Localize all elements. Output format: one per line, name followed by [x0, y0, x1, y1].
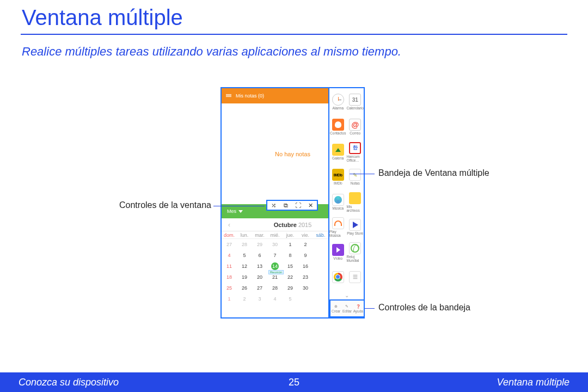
day[interactable]: 1	[222, 296, 237, 302]
day[interactable]: 18	[222, 274, 237, 280]
app-label: Galería	[332, 156, 344, 160]
chevron-left-icon[interactable]: ‹	[228, 221, 230, 229]
lead-window-controls	[213, 206, 265, 206]
tray-app-contacts[interactable]: Contactos	[329, 114, 347, 139]
tray-app-gallery[interactable]: Galería	[329, 139, 347, 164]
tray-edit[interactable]: ✎Editar	[341, 301, 352, 316]
day[interactable]: 6	[252, 253, 267, 258]
page-subtitle: Realice múltiples tareas utilizando vari…	[22, 45, 401, 59]
tray-app-worldclock[interactable]: Reloj Mundial	[347, 240, 364, 265]
day[interactable]: 12	[237, 264, 252, 269]
day[interactable]: 1	[283, 242, 298, 247]
tray-control-label: Ayuda	[353, 309, 363, 313]
app-label: Play Store	[347, 231, 363, 235]
day[interactable]: 21	[267, 274, 283, 280]
calendar-month: Octubre	[274, 222, 297, 228]
day[interactable]: 28	[267, 285, 283, 291]
page-number: 25	[0, 377, 588, 388]
day[interactable]: 19	[237, 274, 252, 280]
tray-app-playstore[interactable]: Play Store	[347, 215, 364, 240]
tray-app-notes[interactable]: ✎Notas	[347, 164, 364, 189]
maximize-icon[interactable]: ⛶	[295, 201, 302, 209]
day[interactable]: 27	[222, 242, 237, 247]
day[interactable]: 25	[222, 285, 237, 291]
notes-title: Mis notas (0)	[236, 93, 264, 99]
tray-app-calendar[interactable]: 31Calendario	[347, 89, 364, 114]
tray-help[interactable]: ❓Ayuda	[353, 301, 364, 316]
day[interactable]: 13	[252, 264, 267, 269]
app-label: Correo	[350, 131, 360, 135]
tray-controls: ⊕Crear ✎Editar ❓Ayuda	[329, 299, 364, 317]
day[interactable]: 20	[252, 274, 267, 280]
day[interactable]: 9	[298, 253, 313, 258]
device-screenshot: Mis notas (0) No hay notas ⤮ ⧉ ⛶ ✕ Mes ‹…	[220, 87, 365, 318]
day[interactable]: 11	[222, 264, 237, 269]
tray-control-label: Crear	[332, 309, 340, 313]
day[interactable]: 7	[267, 253, 283, 258]
close-window-icon[interactable]: ✕	[307, 201, 315, 209]
day[interactable]: 2	[237, 296, 252, 302]
day[interactable]: 15	[283, 264, 298, 269]
weekday: lun.	[237, 232, 252, 238]
weekday: sáb.	[313, 232, 328, 238]
drag-content-icon[interactable]: ⧉	[282, 201, 290, 209]
tray-app-hancom[interactable]: 한Hancom Office…	[347, 139, 364, 164]
app-label: Calendario	[347, 106, 364, 110]
swap-windows-icon[interactable]: ⤮	[270, 201, 277, 209]
day[interactable]: 27	[252, 285, 267, 291]
tray-app-music[interactable]: Música	[329, 189, 347, 215]
day[interactable]: 28	[237, 242, 252, 247]
day[interactable]: 22	[283, 274, 298, 280]
day[interactable]: 16	[298, 264, 313, 269]
create-icon: ⊕	[334, 304, 338, 309]
day[interactable]: 5	[237, 253, 252, 258]
weekday: mié.	[267, 232, 283, 238]
headphones-icon	[332, 217, 344, 229]
folder-icon	[349, 192, 361, 204]
day-today[interactable]: 14Reunión	[267, 262, 283, 270]
notes-empty-text: No hay notas	[275, 151, 310, 157]
app-label: Hancom Office…	[347, 155, 364, 162]
day[interactable]: 29	[252, 242, 267, 247]
day[interactable]: 23	[298, 274, 313, 280]
event-tag: Reunión	[268, 270, 284, 274]
memo-icon: ☰	[349, 271, 361, 283]
day[interactable]: 29	[283, 285, 298, 291]
day[interactable]: 5	[283, 296, 298, 302]
tray-handle[interactable]: ⌄	[329, 290, 364, 299]
day[interactable]: 8	[283, 253, 298, 258]
chevron-down-icon[interactable]	[238, 210, 243, 213]
music-icon	[332, 194, 344, 206]
day[interactable]: 30	[298, 285, 313, 291]
tray-app-alarm[interactable]: Alarma	[329, 89, 347, 114]
day[interactable]: 4	[267, 296, 283, 302]
hancom-icon: 한	[349, 142, 361, 154]
day[interactable]: 30	[267, 242, 283, 247]
help-icon: ❓	[356, 304, 360, 309]
tray-app-video[interactable]: Vídeo	[329, 240, 347, 265]
hamburger-icon[interactable]	[226, 94, 231, 98]
tray-app-imdb[interactable]: IMDbIMDb	[329, 164, 347, 189]
tray-app-mail[interactable]: @Correo	[347, 114, 364, 139]
app-label: Mis archivos	[347, 205, 364, 212]
weekday: jue.	[283, 232, 298, 238]
day[interactable]: 4	[222, 253, 237, 258]
page-title: Ventana múltiple	[22, 5, 183, 30]
tray-app-memo[interactable]: ☰	[347, 265, 364, 290]
multiwindow-tray[interactable]: Alarma 31Calendario Contactos @Correo Ga…	[328, 88, 364, 317]
globe-icon	[349, 242, 361, 254]
app-label: Vídeo	[333, 256, 342, 260]
tray-app-myfiles[interactable]: Mis archivos	[347, 189, 364, 215]
title-rule	[21, 34, 567, 35]
tray-control-label: Editar	[342, 309, 352, 313]
mail-icon: @	[349, 119, 361, 131]
calendar-view-label[interactable]: Mes	[227, 209, 236, 214]
tray-app-chrome[interactable]	[329, 265, 347, 290]
lead-tray	[350, 174, 375, 174]
day[interactable]: 2	[298, 242, 313, 247]
day[interactable]: 3	[252, 296, 267, 302]
window-controls[interactable]: ⤮ ⧉ ⛶ ✕	[266, 200, 318, 211]
tray-create[interactable]: ⊕Crear	[330, 301, 341, 316]
tray-app-playmusic[interactable]: Play Música	[329, 215, 347, 240]
day[interactable]: 26	[237, 285, 252, 291]
